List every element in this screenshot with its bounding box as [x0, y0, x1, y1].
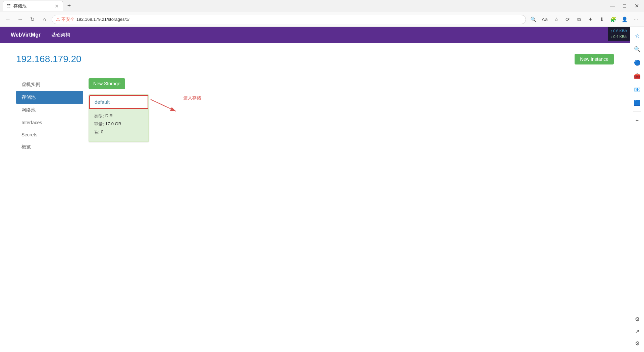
tab-title: 存储池 — [13, 3, 52, 9]
nav-item-network[interactable]: 网络池 — [16, 104, 83, 117]
nav-link-infrastructure[interactable]: 基础架构 — [51, 32, 70, 38]
sidebar-icon-tools[interactable]: 🧰 — [631, 70, 643, 82]
nav-item-interfaces[interactable]: Interfaces — [16, 117, 83, 129]
security-warning: ⚠ 不安全 — [56, 16, 74, 23]
toolbar-icons: 🔍 Aa ☆ ⟳ ⧉ ✦ ⬇ 🧩 👤 ··· — [529, 16, 641, 23]
storage-cards-list: default 类型: DIR 容量: 17.0 GB — [89, 94, 614, 142]
sidebar-bottom: ⚙ ↗ ⚙ — [631, 313, 643, 349]
capacity-value: 17.0 GB — [105, 121, 121, 127]
sidebar-icon-external[interactable]: ↗ — [631, 325, 643, 337]
main-content: WebVirtMgr 基础架构 退出 192.168.179.20 New In… — [0, 27, 630, 352]
sidebar-icon-collections[interactable]: 🔵 — [631, 56, 643, 69]
nav-item-vm[interactable]: 虚机实例 — [16, 78, 83, 91]
favorites-icon[interactable]: ☆ — [551, 16, 561, 23]
sidebar-icon-search[interactable]: 🔍 — [631, 43, 643, 55]
read-icon[interactable]: Aa — [540, 16, 549, 22]
forward-button[interactable]: → — [15, 16, 25, 23]
annotation-text: 进入存储 — [183, 95, 201, 101]
sidebar-icon-outlook[interactable]: 📧 — [631, 83, 643, 95]
storage-type-row: 类型: DIR — [94, 113, 144, 119]
network-indicator: ↑ 0.6 KB/s ↓ 0.4 KB/s — [608, 27, 630, 41]
sidebar-icon-add[interactable]: + — [631, 115, 643, 127]
profile-icon[interactable]: 👤 — [620, 16, 629, 23]
left-navigation: 虚机实例 存储池 网络池 Interfaces Secrets 概览 — [16, 78, 83, 153]
type-value: DIR — [105, 113, 113, 119]
type-label: 类型: — [94, 113, 104, 119]
refresh-icon2[interactable]: ⟳ — [563, 16, 572, 23]
upload-speed: ↑ 0.6 KB/s — [610, 28, 627, 34]
download-speed: ↓ 0.4 KB/s — [610, 34, 627, 40]
top-navigation: WebVirtMgr 基础架构 退出 — [0, 27, 630, 43]
tab-bar: ☷ 存储池 ✕ + — [3, 1, 608, 11]
new-storage-button[interactable]: New Storage — [89, 78, 125, 89]
page-content: 192.168.179.20 New Instance 虚机实例 存储池 网络池… — [0, 43, 630, 164]
sidebar-icon-favorites[interactable]: ☆ — [631, 30, 643, 42]
extensions-icon[interactable]: 🧩 — [608, 16, 618, 23]
window-controls: — □ ✕ — [608, 3, 641, 9]
volumes-label: 卷: — [94, 129, 100, 135]
download-icon[interactable]: ⬇ — [597, 16, 606, 23]
new-tab-button[interactable]: + — [64, 1, 74, 11]
page-title: 192.168.179.20 — [16, 54, 575, 64]
sidebar-icon-settings2[interactable]: ⚙ — [631, 313, 643, 325]
nav-item-storage[interactable]: 存储池 — [16, 91, 83, 104]
browser-titlebar: ☷ 存储池 ✕ + — □ ✕ — [0, 0, 644, 12]
volumes-value: 0 — [101, 129, 103, 135]
new-instance-button[interactable]: New Instance — [575, 54, 614, 64]
svg-line-1 — [151, 99, 176, 111]
menu-icon[interactable]: ··· — [631, 16, 641, 22]
browser-toolbar: ← → ↻ ⌂ ⚠ 不安全 192.168.179.21/storages/1/… — [0, 12, 644, 27]
tab-close-button[interactable]: ✕ — [55, 3, 59, 9]
address-bar[interactable]: ⚠ 不安全 192.168.179.21/storages/1/ — [52, 15, 526, 24]
sidebar-icon-settings[interactable]: ⚙ — [631, 337, 643, 349]
storage-card-default[interactable]: default 类型: DIR 容量: 17.0 GB — [89, 94, 149, 142]
storage-card-body: 类型: DIR 容量: 17.0 GB 卷: — [89, 109, 148, 141]
star-icon[interactable]: ✦ — [586, 16, 595, 23]
page-header: 192.168.179.20 New Instance — [16, 54, 614, 70]
capacity-label: 容量: — [94, 121, 104, 127]
storage-capacity-row: 容量: 17.0 GB — [94, 121, 144, 127]
close-button[interactable]: ✕ — [632, 3, 641, 9]
back-button[interactable]: ← — [3, 16, 13, 23]
content-layout: 虚机实例 存储池 网络池 Interfaces Secrets 概览 New S… — [16, 78, 614, 153]
minimize-button[interactable]: — — [608, 3, 617, 9]
zoom-icon[interactable]: 🔍 — [529, 16, 538, 23]
sidebar-icon-office[interactable]: 🟦 — [631, 97, 643, 109]
right-sidebar: ☆ 🔍 🔵 🧰 📧 🟦 + ⚙ ↗ ⚙ — [630, 27, 644, 352]
brand-name: WebVirtMgr — [11, 32, 41, 38]
storage-volumes-row: 卷: 0 — [94, 129, 144, 135]
maximize-button[interactable]: □ — [620, 3, 629, 9]
nav-item-overview[interactable]: 概览 — [16, 141, 83, 153]
split-icon[interactable]: ⧉ — [574, 16, 584, 23]
refresh-button[interactable]: ↻ — [28, 16, 37, 23]
tab-favicon: ☷ — [7, 4, 11, 8]
address-text: 192.168.179.21/storages/1/ — [76, 17, 522, 22]
active-tab[interactable]: ☷ 存储池 ✕ — [3, 1, 63, 11]
storage-card-name[interactable]: default — [89, 95, 148, 109]
storage-area: New Storage default 类型: DIR — [83, 78, 614, 153]
home-button[interactable]: ⌂ — [40, 16, 49, 23]
browser-body: WebVirtMgr 基础架构 退出 192.168.179.20 New In… — [0, 27, 644, 352]
nav-item-secrets[interactable]: Secrets — [16, 129, 83, 141]
storage-card-wrapper: default 类型: DIR 容量: 17.0 GB — [89, 94, 149, 142]
sidebar-divider — [633, 112, 641, 112]
